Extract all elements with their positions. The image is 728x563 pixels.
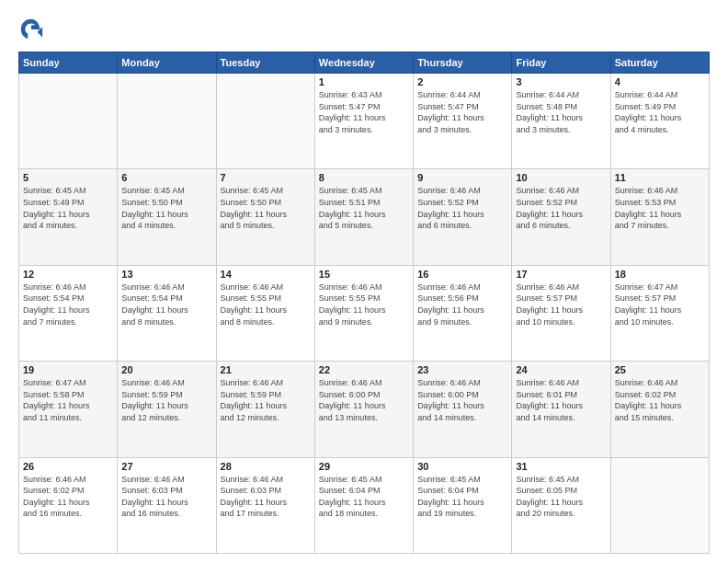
day-info: Sunrise: 6:45 AM Sunset: 5:51 PM Dayligh… bbox=[319, 185, 409, 231]
day-info: Sunrise: 6:46 AM Sunset: 5:59 PM Dayligh… bbox=[221, 377, 311, 423]
day-number: 20 bbox=[121, 364, 211, 375]
header bbox=[18, 17, 710, 42]
day-info: Sunrise: 6:46 AM Sunset: 5:59 PM Dayligh… bbox=[121, 377, 211, 423]
calendar-cell: 14Sunrise: 6:46 AM Sunset: 5:55 PM Dayli… bbox=[216, 265, 314, 361]
calendar-cell bbox=[610, 457, 709, 553]
day-number: 2 bbox=[417, 76, 507, 87]
day-info: Sunrise: 6:46 AM Sunset: 5:55 PM Dayligh… bbox=[221, 282, 311, 327]
day-info: Sunrise: 6:46 AM Sunset: 5:57 PM Dayligh… bbox=[516, 282, 606, 327]
weekday-header: Monday bbox=[118, 52, 216, 74]
day-number: 13 bbox=[121, 269, 211, 280]
calendar-cell: 12Sunrise: 6:46 AM Sunset: 5:54 PM Dayli… bbox=[19, 265, 118, 361]
day-number: 28 bbox=[221, 461, 311, 472]
day-number: 7 bbox=[221, 172, 311, 183]
day-number: 19 bbox=[23, 364, 113, 375]
day-number: 27 bbox=[121, 461, 211, 472]
calendar-cell: 5Sunrise: 6:45 AM Sunset: 5:49 PM Daylig… bbox=[19, 169, 118, 265]
day-info: Sunrise: 6:46 AM Sunset: 6:00 PM Dayligh… bbox=[417, 377, 507, 423]
weekday-header: Thursday bbox=[414, 52, 512, 74]
calendar-cell: 21Sunrise: 6:46 AM Sunset: 5:59 PM Dayli… bbox=[216, 362, 314, 457]
calendar-cell: 20Sunrise: 6:46 AM Sunset: 5:59 PM Dayli… bbox=[118, 362, 216, 457]
day-number: 15 bbox=[319, 269, 409, 280]
day-info: Sunrise: 6:46 AM Sunset: 6:03 PM Dayligh… bbox=[221, 474, 311, 520]
weekday-header: Saturday bbox=[610, 52, 709, 74]
day-number: 5 bbox=[23, 172, 113, 183]
calendar-cell: 6Sunrise: 6:45 AM Sunset: 5:50 PM Daylig… bbox=[118, 169, 216, 265]
logo bbox=[18, 17, 48, 42]
calendar-cell bbox=[118, 74, 216, 169]
calendar-cell: 24Sunrise: 6:46 AM Sunset: 6:01 PM Dayli… bbox=[512, 362, 610, 457]
calendar-cell: 1Sunrise: 6:43 AM Sunset: 5:47 PM Daylig… bbox=[314, 74, 413, 169]
day-info: Sunrise: 6:46 AM Sunset: 5:54 PM Dayligh… bbox=[121, 282, 211, 327]
calendar-cell: 11Sunrise: 6:46 AM Sunset: 5:53 PM Dayli… bbox=[610, 169, 709, 265]
day-number: 12 bbox=[23, 269, 113, 280]
day-info: Sunrise: 6:45 AM Sunset: 6:04 PM Dayligh… bbox=[319, 474, 409, 520]
logo-icon bbox=[18, 17, 44, 42]
day-number: 6 bbox=[121, 172, 211, 183]
day-info: Sunrise: 6:45 AM Sunset: 5:49 PM Dayligh… bbox=[23, 185, 113, 231]
day-info: Sunrise: 6:46 AM Sunset: 5:52 PM Dayligh… bbox=[417, 185, 507, 231]
calendar-cell: 22Sunrise: 6:46 AM Sunset: 6:00 PM Dayli… bbox=[314, 362, 413, 457]
calendar-cell: 4Sunrise: 6:44 AM Sunset: 5:49 PM Daylig… bbox=[610, 74, 709, 169]
day-number: 22 bbox=[319, 364, 409, 375]
calendar-cell: 3Sunrise: 6:44 AM Sunset: 5:48 PM Daylig… bbox=[512, 74, 610, 169]
calendar-cell: 15Sunrise: 6:46 AM Sunset: 5:55 PM Dayli… bbox=[314, 265, 413, 361]
day-info: Sunrise: 6:47 AM Sunset: 5:58 PM Dayligh… bbox=[23, 377, 113, 423]
day-info: Sunrise: 6:46 AM Sunset: 5:52 PM Dayligh… bbox=[516, 185, 606, 231]
weekday-header: Wednesday bbox=[314, 52, 413, 74]
weekday-header: Sunday bbox=[19, 52, 118, 74]
calendar-cell: 28Sunrise: 6:46 AM Sunset: 6:03 PM Dayli… bbox=[216, 457, 314, 553]
calendar-cell: 29Sunrise: 6:45 AM Sunset: 6:04 PM Dayli… bbox=[314, 457, 413, 553]
day-info: Sunrise: 6:44 AM Sunset: 5:49 PM Dayligh… bbox=[615, 89, 705, 135]
day-info: Sunrise: 6:46 AM Sunset: 6:00 PM Dayligh… bbox=[319, 377, 409, 423]
day-info: Sunrise: 6:46 AM Sunset: 6:01 PM Dayligh… bbox=[516, 377, 606, 423]
calendar-cell bbox=[19, 74, 118, 169]
day-number: 26 bbox=[23, 461, 113, 472]
day-number: 25 bbox=[615, 364, 705, 375]
calendar-week-row: 12Sunrise: 6:46 AM Sunset: 5:54 PM Dayli… bbox=[19, 265, 710, 361]
calendar-cell: 17Sunrise: 6:46 AM Sunset: 5:57 PM Dayli… bbox=[512, 265, 610, 361]
day-number: 11 bbox=[615, 172, 705, 183]
day-number: 21 bbox=[221, 364, 311, 375]
calendar-cell bbox=[216, 74, 314, 169]
calendar-table: SundayMondayTuesdayWednesdayThursdayFrid… bbox=[18, 52, 710, 554]
day-info: Sunrise: 6:45 AM Sunset: 6:05 PM Dayligh… bbox=[516, 474, 606, 520]
day-number: 4 bbox=[615, 76, 705, 87]
calendar-week-row: 19Sunrise: 6:47 AM Sunset: 5:58 PM Dayli… bbox=[19, 362, 710, 457]
calendar-cell: 9Sunrise: 6:46 AM Sunset: 5:52 PM Daylig… bbox=[414, 169, 512, 265]
day-number: 14 bbox=[221, 269, 311, 280]
calendar-week-row: 26Sunrise: 6:46 AM Sunset: 6:02 PM Dayli… bbox=[19, 457, 710, 553]
day-info: Sunrise: 6:46 AM Sunset: 6:02 PM Dayligh… bbox=[615, 377, 705, 423]
calendar-cell: 10Sunrise: 6:46 AM Sunset: 5:52 PM Dayli… bbox=[512, 169, 610, 265]
day-info: Sunrise: 6:46 AM Sunset: 5:53 PM Dayligh… bbox=[615, 185, 705, 231]
day-info: Sunrise: 6:45 AM Sunset: 5:50 PM Dayligh… bbox=[121, 185, 211, 231]
calendar-cell: 7Sunrise: 6:45 AM Sunset: 5:50 PM Daylig… bbox=[216, 169, 314, 265]
day-info: Sunrise: 6:43 AM Sunset: 5:47 PM Dayligh… bbox=[319, 89, 409, 135]
calendar-cell: 23Sunrise: 6:46 AM Sunset: 6:00 PM Dayli… bbox=[414, 362, 512, 457]
day-info: Sunrise: 6:46 AM Sunset: 5:56 PM Dayligh… bbox=[417, 282, 507, 327]
day-number: 10 bbox=[516, 172, 606, 183]
day-number: 9 bbox=[417, 172, 507, 183]
day-info: Sunrise: 6:45 AM Sunset: 6:04 PM Dayligh… bbox=[417, 474, 507, 520]
weekday-header: Friday bbox=[512, 52, 610, 74]
day-info: Sunrise: 6:46 AM Sunset: 6:02 PM Dayligh… bbox=[23, 474, 113, 520]
day-number: 16 bbox=[417, 269, 507, 280]
day-number: 17 bbox=[516, 269, 606, 280]
day-info: Sunrise: 6:45 AM Sunset: 5:50 PM Dayligh… bbox=[221, 185, 311, 231]
day-number: 1 bbox=[319, 76, 409, 87]
day-info: Sunrise: 6:44 AM Sunset: 5:48 PM Dayligh… bbox=[516, 89, 606, 135]
day-info: Sunrise: 6:47 AM Sunset: 5:57 PM Dayligh… bbox=[615, 282, 705, 327]
day-number: 23 bbox=[417, 364, 507, 375]
day-info: Sunrise: 6:46 AM Sunset: 5:55 PM Dayligh… bbox=[319, 282, 409, 327]
weekday-header-row: SundayMondayTuesdayWednesdayThursdayFrid… bbox=[19, 52, 710, 74]
day-number: 31 bbox=[516, 461, 606, 472]
weekday-header: Tuesday bbox=[216, 52, 314, 74]
calendar-cell: 8Sunrise: 6:45 AM Sunset: 5:51 PM Daylig… bbox=[314, 169, 413, 265]
day-info: Sunrise: 6:46 AM Sunset: 6:03 PM Dayligh… bbox=[121, 474, 211, 520]
day-number: 24 bbox=[516, 364, 606, 375]
calendar-cell: 18Sunrise: 6:47 AM Sunset: 5:57 PM Dayli… bbox=[610, 265, 709, 361]
calendar-cell: 16Sunrise: 6:46 AM Sunset: 5:56 PM Dayli… bbox=[414, 265, 512, 361]
calendar-cell: 27Sunrise: 6:46 AM Sunset: 6:03 PM Dayli… bbox=[118, 457, 216, 553]
day-number: 30 bbox=[417, 461, 507, 472]
day-number: 8 bbox=[319, 172, 409, 183]
